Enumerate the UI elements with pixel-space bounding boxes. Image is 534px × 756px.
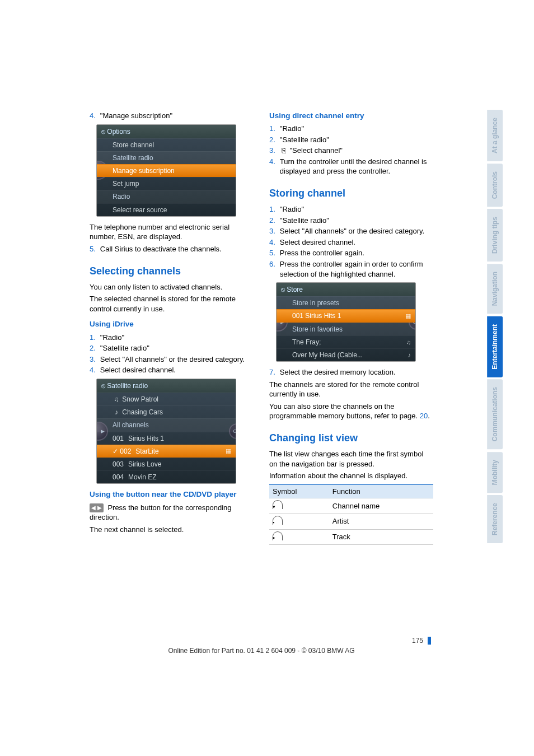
page-footer: 175 Online Edition for Part no. 01 41 2 … (90, 636, 433, 655)
step-text: Press the controller again. (280, 248, 433, 258)
title-text: Options (107, 128, 130, 136)
left-column: 4. "Manage subscription" ⎋ Options Store… (90, 111, 254, 545)
screen-row: Satellite radio (97, 151, 236, 164)
step-item: 2."Satellite radio" (269, 135, 433, 145)
step-item: 4.Select desired channel. (269, 237, 433, 248)
text-fragment: . (428, 412, 430, 420)
symbol-function-table: Symbol Function ▾Channel name▪Artist▸Tra… (269, 484, 433, 545)
table-row: ▾Channel name (269, 498, 433, 514)
screen-row: 001Sirius Hits 1 (97, 432, 236, 445)
step-text: Select the desired memory location. (280, 367, 433, 377)
title-text: Satellite radio (107, 382, 148, 390)
step-number: 3. (269, 226, 280, 236)
step-item: 5.Press the controller again. (269, 248, 433, 258)
step-text: "Manage subscription" (100, 111, 254, 121)
step-text: "Radio" (280, 124, 433, 134)
right-column: Using direct channel entry 1."Radio"2."S… (269, 111, 433, 545)
step-text: "Satellite radio" (280, 216, 433, 226)
screen-row: 001 Sirius Hits 1▦ (277, 309, 415, 322)
page-reference-link[interactable]: 20 (418, 412, 428, 420)
step-item: 2."Satellite radio" (269, 216, 433, 226)
headphone-symbol-icon: ▸ (273, 531, 283, 540)
symbol-cell: ▾ (269, 498, 329, 514)
body-text: You can only listen to activated channel… (90, 282, 254, 292)
screen-title: ⎋ Options (97, 125, 236, 138)
step-number: 1. (269, 204, 280, 214)
section-label: All channels (113, 421, 149, 430)
heading-using-idrive: Using iDrive (90, 319, 254, 329)
music-icon: ♪ (113, 408, 120, 417)
screen-row: 003Sirius Love (97, 458, 236, 470)
side-tabs: At a glanceControlsDriving tipsNavigatio… (487, 110, 504, 545)
side-tab-entertainment[interactable]: Entertainment (487, 316, 503, 377)
screen-row: Set jump (97, 177, 236, 190)
step-item: 1."Radio" (269, 204, 433, 214)
step-number: 2. (90, 343, 100, 353)
screen-row: Radio (97, 190, 236, 203)
step-text: Select "All channels" or the desired cat… (100, 354, 254, 365)
screen-row: Store in favorites (277, 323, 415, 335)
screen-row: ✓ 002StarLite▦ (97, 445, 236, 458)
title-icon: ⎋ (101, 382, 105, 390)
screen-row: The Fray;♫ (277, 335, 415, 348)
screen-section: All channels (97, 418, 236, 431)
side-tab-mobility[interactable]: Mobility (487, 452, 503, 493)
footer-copyright: Online Edition for Part no. 01 41 2 604 … (90, 646, 433, 655)
text-fragment: You can also store the channels on the p… (269, 402, 418, 421)
side-tab-communications[interactable]: Communications (487, 379, 503, 449)
step-item: 1."Radio" (90, 333, 254, 343)
screen-row: Over My Head (Cable...♪ (277, 348, 415, 361)
step-number: 4. (269, 237, 280, 248)
row-icon: ♪ (408, 351, 411, 360)
screen-row: 004Movin EZ (97, 470, 236, 483)
step-number: 4. (269, 157, 280, 176)
step-item: 7. Select the desired memory location. (269, 367, 433, 377)
heading-storing-channel: Storing channel (269, 186, 433, 200)
step-text: "Radio" (280, 204, 433, 214)
step-number: 2. (269, 135, 280, 145)
headphone-symbol-icon: ▾ (273, 500, 283, 509)
screen-row: ♫ Snow Patrol (97, 393, 236, 405)
title-text: Store (287, 286, 303, 293)
symbol-cell: ▸ (269, 529, 329, 545)
row-icon: ♫ (406, 338, 411, 347)
step-item: 5. Call Sirius to deactivate the channel… (90, 244, 254, 254)
heading-changing-list-view: Changing list view (269, 431, 433, 445)
heading-cd-dvd-button: Using the button near the CD/DVD player (90, 489, 254, 500)
screen-row: Manage subscription (97, 164, 236, 177)
function-cell: Track (329, 529, 433, 545)
side-tab-reference[interactable]: Reference (487, 495, 503, 543)
step-text: Press the controller again in order to c… (280, 259, 433, 279)
step-number: 4. (90, 111, 100, 121)
step-item: 3.Select "All channels" or the desired c… (90, 354, 254, 365)
screen-row: Store channel (97, 138, 236, 151)
step-item: 3.⎘ "Select channel" (269, 146, 433, 156)
function-cell: Channel name (329, 498, 433, 514)
symbol-cell: ▪ (269, 514, 329, 529)
step-item: 4. "Manage subscription" (90, 111, 254, 121)
body-text: Information about the channel is display… (269, 471, 433, 481)
screen-row: Store in presets (277, 296, 415, 309)
body-text: The list view changes each time the firs… (269, 449, 433, 469)
body-text: ◀ ▶ Press the button for the correspondi… (90, 503, 254, 522)
row-icon: ▦ (226, 447, 231, 455)
side-tab-navigation[interactable]: Navigation (487, 264, 503, 314)
body-text: The selected channel is stored for the r… (90, 294, 254, 314)
select-channel-icon: ⎘ (280, 146, 288, 156)
seek-button-icon: ◀ ▶ (90, 503, 104, 512)
step-number: 1. (90, 333, 100, 343)
screen-row: ♪ Chasing Cars (97, 405, 236, 418)
step-text: "Radio" (100, 333, 254, 343)
step-number: 3. (90, 354, 100, 365)
heading-selecting-channels: Selecting channels (90, 264, 254, 278)
title-icon: ⎋ (101, 128, 105, 136)
step-text: Call Sirius to deactivate the channels. (100, 244, 254, 254)
side-tab-driving-tips[interactable]: Driving tips (487, 209, 503, 262)
side-tab-at-a-glance[interactable]: At a glance (487, 110, 503, 161)
side-tab-controls[interactable]: Controls (487, 164, 503, 207)
screen-title: ⎋ Satellite radio (97, 379, 236, 393)
step-item: 4.Select desired channel. (90, 365, 254, 375)
step-text: Select desired channel. (280, 237, 433, 248)
idrive-store-screenshot: OK ⎋ Store Store in presets001 Sirius Hi… (276, 282, 416, 362)
idrive-satellite-screenshot: OK ⎋ Satellite radio ♫ Snow Patrol♪ Chas… (96, 379, 236, 484)
